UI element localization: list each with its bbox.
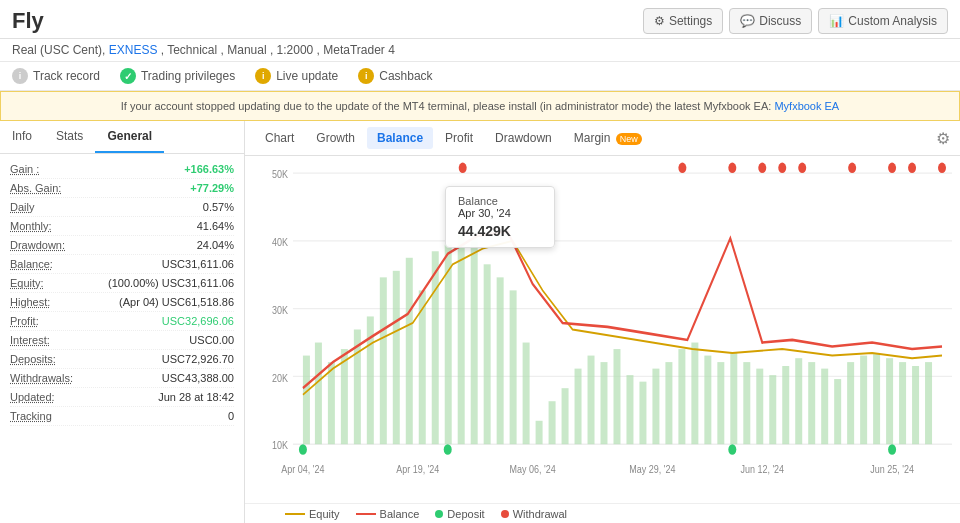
svg-text:50K: 50K — [272, 168, 288, 180]
stat-withdrawals: Withdrawals: USC43,388.00 — [10, 369, 234, 388]
svg-rect-47 — [782, 366, 789, 444]
stat-tracking: Tracking 0 — [10, 407, 234, 426]
svg-text:20K: 20K — [272, 372, 288, 384]
trading-privileges-item[interactable]: ✓ Trading privileges — [120, 68, 235, 84]
track-record-icon: i — [12, 68, 28, 84]
cashback-item[interactable]: i Cashback — [358, 68, 432, 84]
svg-rect-43 — [730, 353, 737, 444]
svg-text:40K: 40K — [272, 236, 288, 248]
chart-settings-icon[interactable]: ⚙ — [936, 129, 950, 148]
legend-withdrawal: Withdrawal — [501, 508, 567, 520]
stat-deposits-label: Deposits: — [10, 353, 56, 365]
svg-point-70 — [444, 444, 452, 454]
svg-rect-30 — [562, 388, 569, 444]
deposit-dot-icon — [435, 510, 443, 518]
svg-rect-23 — [471, 238, 478, 444]
svg-point-64 — [798, 163, 806, 173]
track-record-label: Track record — [33, 69, 100, 83]
cashback-label: Cashback — [379, 69, 432, 83]
stat-balance-label: Balance: — [10, 258, 53, 270]
stat-abs-gain: Abs. Gain: +77.29% — [10, 179, 234, 198]
svg-text:30K: 30K — [272, 304, 288, 316]
svg-rect-29 — [549, 401, 556, 444]
svg-rect-53 — [860, 356, 867, 445]
stat-highest-label: Highest: — [10, 296, 50, 308]
myfxbook-ea-link[interactable]: Myfxbook EA — [774, 100, 839, 112]
svg-point-72 — [888, 444, 896, 454]
tab-stats[interactable]: Stats — [44, 121, 95, 153]
svg-point-60 — [678, 163, 686, 173]
stat-gain: Gain : +166.63% — [10, 160, 234, 179]
stat-balance-value: USC31,611.06 — [162, 258, 234, 270]
svg-point-69 — [299, 444, 307, 454]
svg-rect-42 — [717, 362, 724, 444]
balance-label: Balance — [380, 508, 420, 520]
live-update-label: Live update — [276, 69, 338, 83]
svg-rect-41 — [704, 356, 711, 445]
legend-deposit: Deposit — [435, 508, 484, 520]
stat-daily-value: 0.57% — [203, 201, 234, 213]
discuss-button[interactable]: 💬 Discuss — [729, 8, 812, 34]
tab-growth[interactable]: Growth — [306, 127, 365, 149]
svg-rect-24 — [484, 264, 491, 444]
legend-balance: Balance — [356, 508, 420, 520]
stat-equity-value: (100.00%) USC31,611.06 — [108, 277, 234, 289]
live-update-item[interactable]: i Live update — [255, 68, 338, 84]
tab-info[interactable]: Info — [0, 121, 44, 153]
svg-point-63 — [778, 163, 786, 173]
svg-rect-28 — [536, 421, 543, 444]
stat-equity-label: Equity: — [10, 277, 44, 289]
svg-point-62 — [758, 163, 766, 173]
stat-updated-value: Jun 28 at 18:42 — [158, 391, 234, 403]
new-badge: New — [616, 133, 642, 145]
exness-link[interactable]: EXNESS — [109, 43, 158, 57]
tab-chart[interactable]: Chart — [255, 127, 304, 149]
stat-deposits-value: USC72,926.70 — [162, 353, 234, 365]
tab-general[interactable]: General — [95, 121, 164, 153]
tab-profit[interactable]: Profit — [435, 127, 483, 149]
svg-rect-55 — [886, 358, 893, 444]
live-update-icon: i — [255, 68, 271, 84]
stat-interest: Interest: USC0.00 — [10, 331, 234, 350]
svg-text:Jun 12, '24: Jun 12, '24 — [740, 463, 784, 475]
cashback-icon: i — [358, 68, 374, 84]
svg-point-67 — [908, 163, 916, 173]
deposit-label: Deposit — [447, 508, 484, 520]
custom-analysis-button[interactable]: 📊 Custom Analysis — [818, 8, 948, 34]
stat-interest-label: Interest: — [10, 334, 50, 346]
header-buttons: ⚙ Settings 💬 Discuss 📊 Custom Analysis — [643, 8, 948, 34]
stat-balance: Balance: USC31,611.06 — [10, 255, 234, 274]
stat-daily-label: Daily — [10, 201, 34, 213]
chart-tabs: Chart Growth Balance Profit Drawdown Mar… — [245, 121, 960, 156]
svg-point-71 — [728, 444, 736, 454]
tab-drawdown[interactable]: Drawdown — [485, 127, 562, 149]
tab-balance[interactable]: Balance — [367, 127, 433, 149]
tab-margin[interactable]: Margin New — [564, 127, 652, 149]
svg-text:Apr 19, '24: Apr 19, '24 — [396, 463, 439, 475]
withdrawal-dot-icon — [501, 510, 509, 518]
stat-daily: Daily 0.57% — [10, 198, 234, 217]
svg-rect-16 — [380, 277, 387, 444]
chart-legend: Equity Balance Deposit Withdrawal — [245, 503, 960, 523]
left-tabs: Info Stats General — [0, 121, 244, 154]
right-panel: Chart Growth Balance Profit Drawdown Mar… — [245, 121, 960, 523]
svg-rect-34 — [613, 349, 620, 444]
track-record-item[interactable]: i Track record — [12, 68, 100, 84]
equity-label: Equity — [309, 508, 340, 520]
trading-privileges-label: Trading privileges — [141, 69, 235, 83]
svg-rect-57 — [912, 366, 919, 444]
svg-rect-45 — [756, 369, 763, 445]
stat-interest-value: USC0.00 — [189, 334, 234, 346]
discuss-icon: 💬 — [740, 14, 755, 28]
svg-point-65 — [848, 163, 856, 173]
svg-rect-37 — [652, 369, 659, 445]
svg-rect-31 — [575, 369, 582, 445]
svg-text:May 06, '24: May 06, '24 — [510, 463, 556, 475]
settings-button[interactable]: ⚙ Settings — [643, 8, 723, 34]
stat-deposits: Deposits: USC72,926.70 — [10, 350, 234, 369]
analysis-icon: 📊 — [829, 14, 844, 28]
stat-tracking-value: 0 — [228, 410, 234, 422]
svg-text:May 29, '24: May 29, '24 — [629, 463, 675, 475]
svg-rect-10 — [303, 356, 310, 445]
svg-rect-46 — [769, 375, 776, 444]
